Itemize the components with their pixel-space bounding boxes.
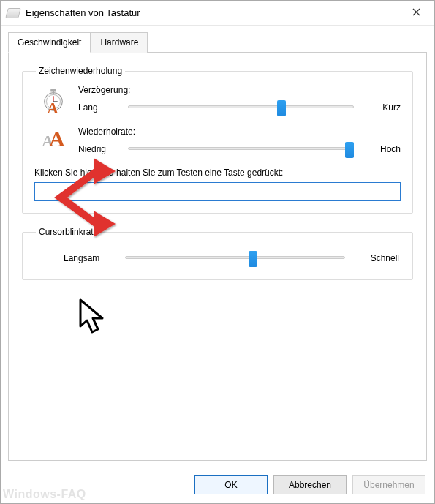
blink-slider-thumb[interactable] [249,251,257,267]
delay-slider[interactable] [128,99,354,116]
svg-rect-2 [53,91,54,94]
test-box: Klicken Sie hier, und halten Sie zum Tes… [34,168,401,201]
group-character-repeat: Zeichenwiederholung A [22,66,413,214]
blink-label-right: Schnell [355,253,399,263]
blink-slider[interactable] [125,250,345,266]
delay-block: A Verzögerung: Lang Kurz [34,85,401,116]
window-title: Eigenschaften von Tastatur [26,7,140,18]
test-label: Klicken Sie hier, und halten Sie zum Tes… [34,168,401,178]
delay-label-left: Lang [78,102,118,113]
delay-heading: Verzögerung: [78,85,401,95]
rate-slider-thumb[interactable] [345,142,354,158]
keyboard-properties-window: Eigenschaften von Tastatur Geschwindigke… [0,0,435,504]
group-cursor-blink-legend: Cursorblinkrate [36,227,101,237]
delay-slider-thumb[interactable] [277,100,286,116]
close-icon [412,8,420,18]
group-cursor-blink: Cursorblinkrate Langsam Schnell [22,227,413,280]
delay-label-right: Kurz [364,102,401,113]
test-input[interactable] [34,182,401,201]
rate-label-right: Hoch [364,144,401,154]
rate-block: AA Wiederholrate: Niedrig Hoch [34,127,401,157]
repeat-rate-icon: AA [42,128,65,150]
rate-heading: Wiederholrate: [78,127,401,137]
keyboard-icon [7,8,20,18]
tab-hardware[interactable]: Hardware [91,32,148,53]
client-area: Geschwindigkeit Hardware Zeichenwiederho… [1,26,434,468]
rate-label-left: Niedrig [78,144,118,154]
cancel-button[interactable]: Abbrechen [273,475,347,494]
stopwatch-icon: A [39,86,67,116]
cursor-icon [76,297,108,338]
close-button[interactable] [399,2,433,24]
blink-label-left: Langsam [64,253,115,263]
tab-panel-speed: Zeichenwiederholung A [8,53,427,461]
ok-button[interactable]: OK [194,475,268,494]
tabstrip: Geschwindigkeit Hardware [8,31,427,53]
watermark-text: Windows-FAQ [3,488,86,501]
tab-speed[interactable]: Geschwindigkeit [8,32,91,53]
svg-text:A: A [47,99,58,114]
group-character-repeat-legend: Zeichenwiederholung [36,66,125,76]
apply-button: Übernehmen [352,475,425,494]
rate-slider[interactable] [128,141,354,157]
titlebar: Eigenschaften von Tastatur [1,1,434,26]
